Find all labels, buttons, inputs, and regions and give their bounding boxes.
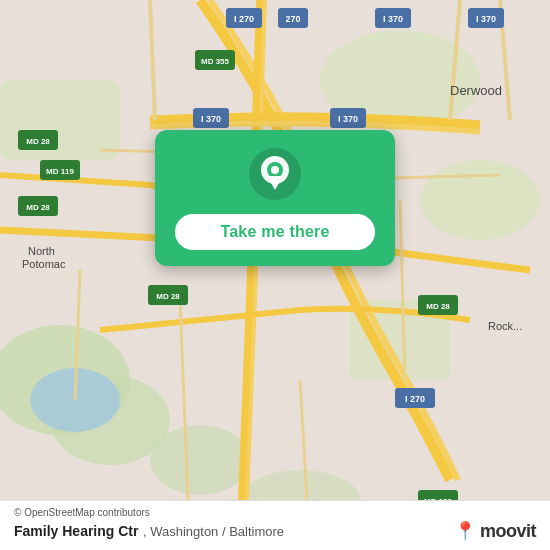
svg-text:MD 28: MD 28 bbox=[26, 137, 50, 146]
svg-text:MD 28: MD 28 bbox=[26, 203, 50, 212]
pin-icon bbox=[249, 148, 301, 214]
svg-text:I 270: I 270 bbox=[405, 394, 425, 404]
bottom-bar: © OpenStreetMap contributors Family Hear… bbox=[0, 500, 550, 550]
location-card: Take me there bbox=[155, 130, 395, 266]
svg-text:270: 270 bbox=[285, 14, 300, 24]
svg-point-46 bbox=[271, 166, 279, 174]
svg-text:Potomac: Potomac bbox=[22, 258, 66, 270]
svg-text:Rock...: Rock... bbox=[488, 320, 522, 332]
osm-credit: © OpenStreetMap contributors bbox=[14, 507, 536, 518]
svg-rect-3 bbox=[0, 80, 120, 160]
svg-text:MD 119: MD 119 bbox=[46, 167, 75, 176]
svg-text:MD 355: MD 355 bbox=[201, 57, 230, 66]
svg-text:I 370: I 370 bbox=[383, 14, 403, 24]
svg-point-5 bbox=[420, 160, 540, 240]
moovit-brand-text: moovit bbox=[480, 521, 536, 542]
svg-text:I 370: I 370 bbox=[476, 14, 496, 24]
moovit-logo: 📍 moovit bbox=[454, 520, 536, 542]
moovit-pin-icon: 📍 bbox=[454, 520, 476, 542]
location-region: , Washington / Baltimore bbox=[143, 524, 284, 539]
location-name: Family Hearing Ctr bbox=[14, 523, 138, 539]
svg-text:MD 28: MD 28 bbox=[156, 292, 180, 301]
svg-text:Derwood: Derwood bbox=[450, 83, 502, 98]
take-me-there-button[interactable]: Take me there bbox=[175, 214, 375, 250]
map-container: 270 I 270 I 370 I 370 I 370 I 370 MD 28 … bbox=[0, 0, 550, 550]
svg-text:North: North bbox=[28, 245, 55, 257]
svg-text:I 370: I 370 bbox=[338, 114, 358, 124]
svg-text:MD 28: MD 28 bbox=[426, 302, 450, 311]
svg-text:I 270: I 270 bbox=[234, 14, 254, 24]
svg-text:I 370: I 370 bbox=[201, 114, 221, 124]
svg-point-7 bbox=[150, 425, 250, 495]
